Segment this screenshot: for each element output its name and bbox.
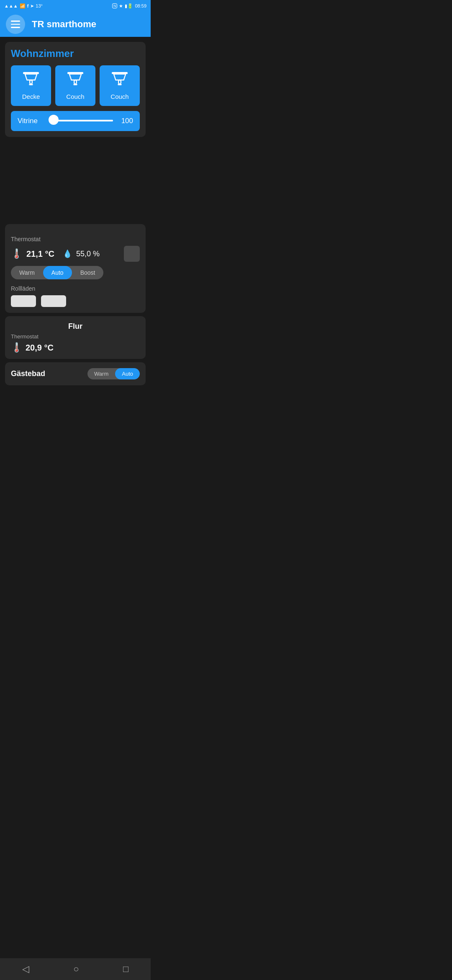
flur-thermostat-row: 🌡️ 20,9 °C (11, 342, 140, 353)
mode-button-boost[interactable]: Boost (72, 266, 104, 279)
flur-card: Flur Thermostat 🌡️ 20,9 °C (5, 316, 146, 359)
status-right: N ★ ▮🔋 08:59 (112, 3, 146, 9)
gastebad-mode-buttons: Warm Auto (87, 368, 140, 379)
flur-thermostat-label: Thermostat (11, 333, 140, 340)
thermometer-icon: 🌡️ (11, 248, 22, 259)
thermostat-card: Thermostat 🌡️ 21,1 °C 💧 55,0 % Warm Auto… (5, 224, 146, 313)
lamp-svg-decke (23, 71, 39, 90)
svg-rect-7 (73, 84, 77, 85)
flur-thermometer-icon: 🌡️ (11, 342, 22, 353)
light-button-decke[interactable]: Decke (11, 65, 51, 106)
mode-button-auto[interactable]: Auto (43, 266, 72, 279)
lamp-icon-couch2 (112, 71, 128, 90)
mode-button-warm[interactable]: Warm (11, 266, 43, 279)
vitrine-label: Vitrine (18, 117, 47, 125)
signal-icon: ▲▲▲ (4, 3, 18, 8)
svg-rect-10 (118, 80, 121, 84)
thermostat-readings-row: 🌡️ 21,1 °C 💧 55,0 % (11, 246, 140, 262)
main-content: Wohnzimmer Decke (0, 37, 151, 390)
lamp-icon-couch1 (67, 71, 83, 90)
vitrine-slider[interactable] (52, 120, 113, 122)
lamp-svg-couch1 (67, 71, 83, 90)
wohnzimmer-card: Wohnzimmer Decke (5, 42, 146, 137)
slider-track (52, 120, 113, 121)
status-bar: ▲▲▲ 📶 f ➤ 13° N ★ ▮🔋 08:59 (0, 0, 151, 12)
thermostat-toggle-button[interactable] (124, 246, 140, 262)
gastebad-mode-auto[interactable]: Auto (115, 368, 140, 379)
facebook-icon: f (27, 3, 29, 8)
light-label-couch2: Couch (110, 93, 128, 100)
menu-line-1 (11, 21, 20, 22)
light-buttons-row: Decke Couch (11, 65, 140, 106)
app-bar: TR smarthome (0, 12, 151, 37)
light-label-decke: Decke (22, 93, 40, 100)
location-icon: ➤ (30, 3, 34, 9)
rollladen-button-1[interactable] (11, 295, 36, 307)
vitrine-value: 100 (118, 117, 133, 125)
bluetooth-icon: ★ (119, 3, 123, 9)
thermostat-label: Thermostat (11, 236, 140, 242)
slider-fill (52, 120, 113, 121)
gastebad-card: Gästebad Warm Auto (5, 362, 146, 385)
light-button-couch1[interactable]: Couch (55, 65, 95, 106)
wifi-icon: 📶 (20, 3, 26, 9)
time-display: 08:59 (135, 3, 146, 8)
spacer (5, 140, 146, 224)
flur-title: Flur (11, 322, 140, 331)
vitrine-row: Vitrine 100 (11, 111, 140, 131)
flur-temperature-value: 20,9 °C (26, 343, 54, 353)
menu-line-2 (11, 24, 20, 25)
svg-marker-1 (25, 74, 37, 80)
battery-icon: ▮🔋 (125, 3, 133, 9)
gastebad-mode-warm[interactable]: Warm (87, 368, 115, 379)
light-label-couch1: Couch (66, 93, 84, 100)
nfc-icon: N (112, 3, 118, 8)
svg-rect-3 (29, 84, 33, 85)
app-title: TR smarthome (32, 19, 96, 30)
slider-thumb[interactable] (49, 115, 59, 125)
mode-buttons: Warm Auto Boost (11, 266, 103, 279)
temp-display: 13° (36, 3, 43, 8)
light-button-couch2[interactable]: Couch (100, 65, 140, 106)
humidity-icon: 💧 (63, 249, 72, 258)
humidity-value: 55,0 % (76, 250, 100, 258)
svg-rect-11 (118, 84, 122, 85)
rollladen-buttons (11, 295, 140, 307)
menu-line-3 (11, 27, 20, 28)
svg-marker-5 (69, 74, 82, 80)
rollladen-button-2[interactable] (41, 295, 66, 307)
status-left: ▲▲▲ 📶 f ➤ 13° (4, 3, 43, 9)
svg-marker-9 (114, 74, 126, 80)
svg-rect-6 (74, 80, 77, 84)
temperature-value: 21,1 °C (26, 249, 54, 259)
lamp-icon-decke (23, 71, 39, 90)
lamp-svg-couch2 (112, 71, 128, 90)
rollladen-label: Rollläden (11, 285, 140, 292)
svg-rect-2 (30, 80, 32, 84)
gastebad-title: Gästebad (11, 369, 45, 378)
wohnzimmer-title: Wohnzimmer (11, 48, 140, 59)
menu-button[interactable] (6, 15, 25, 34)
